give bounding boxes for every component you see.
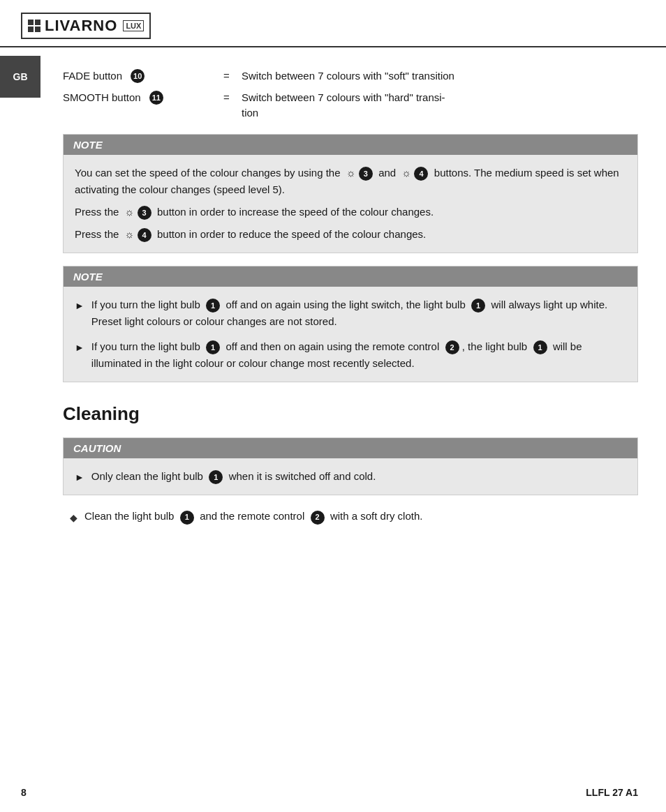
note2-b2-mid2: , the light bulb [462, 340, 527, 352]
cleaning-section: Cleaning CAUTION ► Only clean the light … [63, 403, 638, 526]
caution-b1-badge: 1 [209, 470, 223, 484]
sun-icon-p3: ☼ [125, 228, 135, 240]
note-body-2: ► If you turn the light bulb 1 off and o… [64, 287, 637, 382]
smooth-desc-line2: tion [242, 107, 258, 119]
cleaning-b2-badge2: 2 [311, 511, 325, 525]
model-number: LLFL 27 A1 [586, 787, 638, 798]
note1-para3: Press the ☼ 4 button in order to reduce … [75, 226, 626, 243]
note2-bullet1-text: If you turn the light bulb 1 off and on … [91, 296, 626, 330]
cleaning-b2-text: Clean the light bulb 1 and the remote co… [84, 508, 638, 525]
note-header-1: NOTE [64, 135, 637, 155]
note2-b2-badge1: 1 [206, 340, 220, 354]
note-section-2: NOTE ► If you turn the light bulb 1 off … [63, 266, 638, 382]
note2-b2-mid: off and then on again using the remote c… [225, 340, 439, 352]
note1-p1-mid: and [378, 167, 396, 179]
smooth-eq: = [223, 90, 237, 106]
sun-icon-4: ☼ [402, 167, 412, 179]
note1-para2: Press the ☼ 3 button in order to increas… [75, 204, 626, 220]
note-section-1: NOTE You can set the speed of the colour… [63, 134, 638, 253]
note1-p2-post: button in order to increase the speed of… [157, 206, 434, 218]
logo-brand: LIVARNO [45, 17, 117, 35]
logo-lux: LUX [123, 20, 144, 31]
caution-bullet-1: ► Only clean the light bulb 1 when it is… [75, 468, 626, 485]
note2-b2-badge2: 2 [445, 340, 459, 354]
fade-label: FADE button [63, 68, 122, 84]
note2-b1-badge2: 1 [471, 299, 485, 313]
cleaning-b2-mid: and the remote control [200, 510, 304, 522]
fade-eq: = [223, 68, 237, 84]
caution-body: ► Only clean the light bulb 1 when it is… [64, 458, 637, 495]
note1-p2-pre: Press the [75, 206, 119, 218]
language-sidebar: GB [0, 56, 40, 98]
language-label: GB [13, 71, 28, 82]
arrow-icon-1: ► [75, 298, 84, 313]
cleaning-title: Cleaning [63, 403, 638, 425]
smooth-label-col: SMOOTH button 11 [63, 90, 223, 106]
smooth-button-row: SMOOTH button 11 = Switch between 7 colo… [63, 90, 638, 121]
note1-badge1: 3 [359, 167, 373, 181]
main-content: FADE button 10 = Switch between 7 colour… [63, 47, 638, 525]
note1-para1: You can set the speed of the colour chan… [75, 165, 626, 198]
note-body-1: You can set the speed of the colour chan… [64, 155, 637, 253]
note1-badge-p2: 3 [138, 206, 151, 220]
note2-b2-pre: If you turn the light bulb [91, 340, 200, 352]
note1-p3-pre: Press the [75, 228, 119, 240]
diamond-icon: ◆ [70, 510, 77, 525]
fade-desc: Switch between 7 colours with "soft" tra… [242, 68, 638, 84]
arrow-icon-2: ► [75, 340, 84, 355]
sun-icon-p2: ☼ [125, 206, 135, 218]
note2-b2-badge3: 1 [533, 340, 547, 354]
page-footer: 8 LLFL 27 A1 [21, 787, 638, 798]
logo-grid-icon [28, 20, 40, 32]
note1-badge2: 4 [414, 167, 428, 181]
smooth-desc-line1: Switch between 7 colours with "hard" tra… [242, 91, 445, 103]
cleaning-b2-post: with a soft dry cloth. [330, 510, 423, 522]
note2-b1-mid: off and on again using the light switch,… [225, 299, 465, 310]
logo-box: LIVARNO LUX [21, 13, 151, 39]
sun-icon-3: ☼ [346, 167, 356, 179]
caution-b1-post: when it is switched off and cold. [229, 470, 376, 482]
fade-label-col: FADE button 10 [63, 68, 223, 84]
fade-button-row: FADE button 10 = Switch between 7 colour… [63, 68, 638, 84]
note1-p3-post: button in order to reduce the speed of t… [157, 228, 426, 240]
arrow-icon-caution1: ► [75, 469, 84, 485]
smooth-desc: Switch between 7 colours with "hard" tra… [242, 90, 638, 121]
caution-header: CAUTION [64, 438, 637, 458]
cleaning-b2-badge1: 1 [180, 511, 194, 525]
caution-b1-text: Only clean the light bulb 1 when it is s… [91, 468, 626, 485]
note2-b1-pre: If you turn the light bulb [91, 299, 200, 310]
note1-p1-pre: You can set the speed of the colour chan… [75, 167, 341, 179]
note2-bullet2-text: If you turn the light bulb 1 off and the… [91, 338, 626, 372]
fade-badge: 10 [131, 69, 145, 83]
page-number: 8 [21, 787, 27, 798]
note-header-2: NOTE [64, 266, 637, 287]
caution-section: CAUTION ► Only clean the light bulb 1 wh… [63, 437, 638, 495]
note2-b1-badge1: 1 [206, 299, 220, 313]
cleaning-diamond-bullet: ◆ Clean the light bulb 1 and the remote … [70, 508, 638, 525]
note2-bullet-1: ► If you turn the light bulb 1 off and o… [75, 296, 626, 330]
smooth-label: SMOOTH button [63, 90, 141, 106]
caution-b1-pre: Only clean the light bulb [91, 470, 203, 482]
cleaning-b2-pre: Clean the light bulb [84, 510, 174, 522]
note1-badge-p3: 4 [138, 228, 151, 242]
smooth-badge: 11 [149, 91, 163, 105]
note2-bullet-2: ► If you turn the light bulb 1 off and t… [75, 338, 626, 372]
header: LIVARNO LUX [0, 0, 666, 47]
